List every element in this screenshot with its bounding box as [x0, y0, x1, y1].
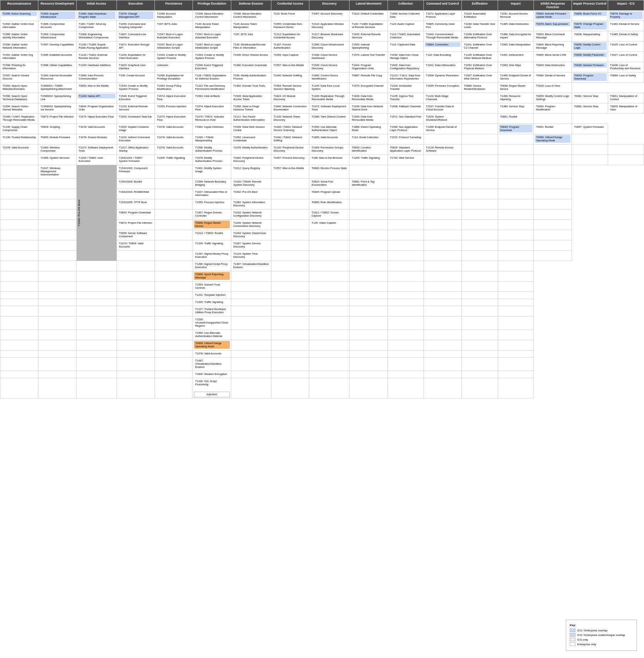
list-item[interactable]: T119 / T1802: Automated Collection: [389, 32, 422, 40]
list-item[interactable]: T1080: Data Hoardman Program State: [78, 11, 115, 19]
list-item[interactable]: T0853: Scripting: [39, 125, 75, 129]
list-item[interactable]: T0859: Module Firmware: [39, 135, 75, 140]
list-item[interactable]: T0804: Block Reporting Message: [535, 42, 570, 50]
list-item[interactable]: T129 / T0820: Exploitation for Defense E…: [194, 73, 229, 81]
list-item[interactable]: T1486: Data Encrypted for Impact: [499, 32, 532, 40]
list-item[interactable]: T1078: Valid Accounts: [194, 351, 229, 356]
list-item[interactable]: T156: Create Account: [118, 73, 153, 78]
list-item[interactable]: T1564: Hide Artifacts: [194, 94, 229, 98]
list-item[interactable]: T1222: File and Directory Permissions Mo…: [194, 83, 229, 91]
list-item[interactable]: T1588: Obtain Capabilities: [39, 63, 75, 67]
list-item[interactable]: T132: Data Encoding: [425, 53, 460, 57]
list-item[interactable]: T1599: Network Boundary Bridging: [194, 179, 229, 187]
list-item[interactable]: T1807: Command-Line Interface: [118, 32, 153, 40]
list-item[interactable]: T1823: Graphical User Interface: [118, 63, 153, 71]
list-item[interactable]: T1529: System Shutdown/Reboot: [425, 114, 460, 122]
list-item[interactable]: T1489: Service Stop: [499, 104, 532, 109]
list-item[interactable]: T1557: Man-in-the-Middle: [272, 63, 308, 67]
list-item[interactable]: T1584: Compromise Infrastructure: [39, 32, 75, 40]
list-item[interactable]: T1080: Taint Shared Content: [310, 114, 348, 119]
list-item[interactable]: T1204 / T0863: User Execution: [78, 156, 115, 163]
list-item[interactable]: T1480: Execution Guardrails: [232, 63, 270, 67]
list-item[interactable]: T1800: Control Device Identification: [310, 73, 348, 81]
list-item[interactable]: T1552: Unsecured Credentials: [232, 135, 270, 143]
list-item[interactable]: T1859: Valid Accounts: [310, 135, 348, 140]
list-item[interactable]: T134: Access Token Manipulation: [232, 22, 270, 29]
list-item[interactable]: T15422005: TFTP Boot: [118, 200, 153, 205]
list-item[interactable]: T1537: Transfer Data to Cloud Account: [425, 104, 460, 112]
list-item[interactable]: T1491: Defacement: [499, 53, 532, 57]
list-item[interactable]: T1006: Direct Volume Access: [232, 53, 270, 57]
list-item[interactable]: T0835: Modify Control Logic: [573, 42, 606, 50]
list-item[interactable]: T110: Brute Force: [272, 11, 308, 16]
list-item[interactable]: T1014: / T0853: Rootkit: [194, 231, 229, 235]
list-item[interactable]: T1127: Trusted Developer Utilities Proxy…: [194, 307, 229, 315]
list-item[interactable]: T1037: Boot or Logon Initialization Scri…: [194, 42, 229, 50]
list-item[interactable]: T0856: Spoof Reporting Message: [194, 272, 229, 280]
list-item[interactable]: T1539: Steal Web Session Cookie: [232, 125, 270, 132]
list-item[interactable]: T1824: I/O Module Discovery: [272, 94, 308, 102]
list-item[interactable]: T1001: Data Obfuscation: [425, 63, 460, 67]
list-item[interactable]: T1105: Ingress Tool Transfer: [389, 94, 422, 102]
list-item[interactable]: T0839: Module Firmware: [573, 63, 606, 67]
list-item[interactable]: T1590: Gather Victim Network Information: [1, 42, 37, 50]
list-item[interactable]: T0830: Man in the Middle: [78, 83, 115, 88]
list-item[interactable]: T1556: Modify Authentication Process: [194, 145, 229, 153]
list-item[interactable]: T1566003: Spearphishing via Service: [39, 104, 75, 112]
list-item[interactable]: T1059: Command and Scripting Interpreter: [118, 22, 153, 29]
list-item[interactable]: T1205: Traffic Signaling: [194, 241, 229, 246]
list-item[interactable]: T1078: Valid Accounts: [156, 145, 191, 150]
list-item[interactable]: T0843: Program Download: [499, 125, 532, 132]
list-item[interactable]: T1212: Exploitation for Credential Acces…: [272, 32, 308, 40]
list-item[interactable]: T1099 / T1847: Replication Through Remov…: [1, 114, 37, 122]
list-item[interactable]: T1598: Phishing for Information: [1, 63, 37, 71]
list-item[interactable]: T1565: Data Manipulation: [499, 42, 532, 47]
list-item[interactable]: T1535: Unused/Unsupported Cloud Regions: [194, 317, 229, 328]
list-item[interactable]: T1547: Boot or Logon Autostart Execution: [156, 32, 191, 40]
list-item[interactable]: T1571: Non-Standard Port: [389, 114, 422, 119]
list-item[interactable]: T0853: Modify Control Logic Settings: [535, 94, 570, 102]
list-item[interactable]: T1629: Loss of View: [535, 83, 570, 88]
list-item[interactable]: T185: Man-in-the-Browser: [310, 156, 348, 160]
list-item[interactable]: T1040 / T0842: Network Sniffing: [272, 135, 308, 143]
list-item[interactable]: T1082: System Information Discovery: [232, 200, 270, 208]
list-item[interactable]: T1589: Gather Victim Identity Informatio…: [1, 32, 37, 40]
list-item[interactable]: T1548: Abuse Elevation Control Mechanism: [194, 11, 229, 19]
list-item[interactable]: T1020: Automated Exfiltration: [463, 11, 496, 19]
list-item[interactable]: T1574: Hijack Execution Flow: [156, 114, 191, 122]
list-item[interactable]: T0878: Alarm Sup-pression: [535, 22, 570, 26]
list-item[interactable]: T1497: Virtualization/Sandbox Evasion: [232, 262, 270, 270]
list-item[interactable]: T1583: Acquire Infrastructure: [39, 11, 75, 19]
list-item[interactable]: T1596: Search Open Technical Databases: [1, 94, 37, 102]
list-item[interactable]: T1531: Account Access Removal: [499, 11, 532, 19]
list-item[interactable]: T134: Access Token Manipulation: [194, 22, 229, 29]
list-item[interactable]: T115: Clipboard Data: [389, 42, 422, 47]
list-item[interactable]: T1072: Software Deployment Tools: [310, 104, 348, 112]
list-item[interactable]: T1055: Process Injection: [194, 200, 229, 205]
list-item[interactable]: T1550: Use Alternate Authentication Obje…: [310, 125, 348, 132]
list-item[interactable]: T1104: Multi-Stage Channels: [425, 94, 460, 102]
list-item[interactable]: T0850: Role Identification: [310, 200, 348, 205]
list-item[interactable]: T1098: Account Manipulation: [156, 11, 191, 19]
list-item[interactable]: T1811 / T0852: Screen Capture: [310, 210, 348, 218]
list-item[interactable]: T0884: Connection: [425, 42, 460, 47]
list-item[interactable]: T0858: Utilize/Change Operating Mode: [194, 341, 229, 349]
list-item[interactable]: T1057: Process Discovery: [272, 156, 308, 160]
list-item[interactable]: T1812: Default Credentials: [351, 11, 386, 16]
list-item[interactable]: T1033: System Owner/User Discovery: [232, 231, 270, 239]
list-item[interactable]: T1078: Valid Accounts: [156, 135, 191, 140]
list-item[interactable]: T1044: Program Organization Units: [351, 63, 386, 71]
list-item[interactable]: T0800: Activate Firmware Update Mode: [535, 11, 570, 19]
list-item[interactable]: T1007: System Service Discovery: [232, 241, 270, 249]
list-item[interactable]: T0836: Modify Parameter: [573, 53, 606, 57]
list-item[interactable]: T0806: Brute Force I/O: [573, 11, 606, 16]
list-item[interactable]: T1199: Trusted Relationship: [1, 135, 37, 140]
list-item[interactable]: T1542: Pre-OS Boot: [232, 190, 270, 194]
list-item[interactable]: T1543: Create or Modify System Process: [156, 53, 191, 60]
list-item[interactable]: T0843: Program Download: [573, 73, 606, 81]
list-item[interactable]: T1583: Internet Accessible Resources: [39, 73, 75, 81]
list-item[interactable]: T1007: Rogue Domain Controller: [194, 210, 229, 218]
list-item[interactable]: T0843: Program Download: [118, 210, 153, 215]
list-item[interactable]: T0832: Manipulation of View: [609, 104, 643, 112]
list-item[interactable]: T0825: Location Identification: [351, 145, 386, 153]
